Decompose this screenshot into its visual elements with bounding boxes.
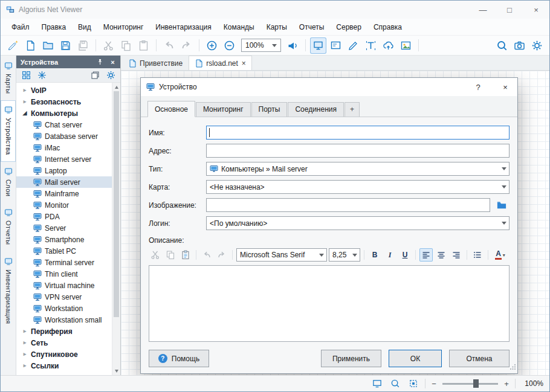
close-button[interactable]: ×	[523, 1, 549, 19]
search-button[interactable]	[494, 37, 510, 54]
editor-redo-button[interactable]	[215, 248, 228, 262]
map-canvas[interactable]: Устройство ? × Основное Мониторинг	[121, 71, 549, 375]
connections-button[interactable]	[36, 70, 47, 81]
menu-item[interactable]: Вид	[72, 21, 97, 34]
tree-item[interactable]: ▸ ◢ Database server	[16, 130, 112, 142]
devices-panel-header[interactable]: Устройства ×	[16, 56, 120, 68]
document-tab[interactable]: Приветствие ×	[122, 56, 189, 70]
zoom-slider-plus[interactable]: +	[503, 379, 510, 388]
undo-button[interactable]	[161, 37, 177, 54]
tree-item[interactable]: ▸ ◢ Chat server	[16, 119, 112, 130]
display-mode-button[interactable]	[328, 37, 344, 54]
cancel-button[interactable]: Отмена	[449, 350, 510, 367]
menu-item[interactable]: Команды	[218, 21, 260, 34]
minimize-button[interactable]: —	[470, 1, 496, 19]
tree-item[interactable]: ▸ ◢ Workstation	[16, 303, 112, 314]
dialog-close-button[interactable]: ×	[494, 78, 517, 96]
tree-item[interactable]: ▸ ◢ Smartphone	[16, 234, 112, 245]
tree-item[interactable]: ▸ ◢ Mail server	[16, 176, 112, 188]
save-all-button[interactable]	[75, 37, 91, 54]
panel-close-icon[interactable]: ×	[108, 57, 117, 66]
cloud-sync-button[interactable]	[380, 37, 396, 54]
underline-button[interactable]: U	[398, 248, 412, 262]
tile-view-button[interactable]	[21, 70, 31, 81]
scrollbar-track[interactable]	[112, 91, 120, 367]
dialog-help-button[interactable]: ?	[467, 78, 490, 96]
scrollbar-thumb[interactable]	[114, 91, 119, 317]
tree-item[interactable]: ▸ ◢ Сеть	[16, 337, 112, 349]
tree-item[interactable]: ▸ ◢ Спутниковое	[16, 349, 112, 360]
collapse-icon[interactable]: ◢	[22, 111, 28, 116]
tree-item[interactable]: ▸ ◢ Tablet PC	[16, 245, 112, 257]
alerts-button[interactable]	[285, 37, 301, 54]
browse-image-button[interactable]	[493, 198, 510, 212]
type-select[interactable]: Компьютеры » Mail server	[206, 162, 510, 176]
editor-cut-button[interactable]	[149, 248, 162, 262]
background-image-button[interactable]	[398, 37, 414, 54]
expand-icon[interactable]: ▸	[22, 340, 28, 345]
dialog-titlebar[interactable]: Устройство ? ×	[141, 78, 517, 96]
panel-settings-button[interactable]	[105, 70, 116, 81]
copy-button[interactable]	[118, 37, 134, 54]
zoom-in-button[interactable]	[204, 37, 220, 54]
tree-item[interactable]: ▸ ◢ Terminal server	[16, 257, 112, 268]
address-input[interactable]	[206, 144, 510, 158]
open-button[interactable]	[40, 37, 56, 54]
zoom-slider-thumb[interactable]	[473, 379, 479, 388]
dialog-tab[interactable]: Порты	[251, 102, 288, 117]
name-input[interactable]	[206, 126, 510, 140]
menu-item[interactable]: Сервер	[330, 21, 367, 34]
menu-item[interactable]: Справка	[367, 21, 408, 34]
dialog-tab[interactable]: +	[345, 102, 360, 117]
font-family-select[interactable]: Microsoft Sans Serif	[236, 248, 327, 262]
tree-item[interactable]: ▸ ◢ VoIP	[16, 85, 112, 96]
tree-item[interactable]: ▸ ◢ Mainframe	[16, 188, 112, 199]
tree-scrollbar[interactable]	[112, 83, 120, 375]
zoom-level-select[interactable]: 100%	[241, 39, 281, 52]
screenshot-button[interactable]	[511, 37, 528, 54]
align-right-button[interactable]	[450, 248, 463, 262]
wizard-button[interactable]	[5, 37, 21, 54]
resize-grip[interactable]	[510, 364, 516, 372]
dialog-tab[interactable]: Основное	[147, 101, 195, 117]
expand-icon[interactable]: ▸	[22, 88, 28, 93]
sidebar-tab[interactable]: Устройства	[1, 100, 16, 162]
expand-icon[interactable]: ▸	[22, 99, 28, 104]
tree-item[interactable]: ▸ ◢ PDA	[16, 211, 112, 222]
tree-item[interactable]: ▸ ◢ VPN server	[16, 291, 112, 303]
zoom-actual-button[interactable]	[389, 377, 402, 390]
settings-button[interactable]	[529, 37, 545, 54]
expand-icon[interactable]: ▸	[22, 363, 28, 368]
sidebar-tab[interactable]: Слои	[1, 162, 16, 203]
tree-item[interactable]: ▸ ◢ Периферия	[16, 326, 112, 337]
fit-to-window-button[interactable]	[370, 377, 384, 390]
description-textarea[interactable]	[149, 265, 510, 342]
redo-button[interactable]	[178, 37, 195, 54]
tree-item[interactable]: ▸ ◢ Server	[16, 222, 112, 234]
map-select[interactable]: <Не назначена>	[206, 180, 510, 194]
align-center-button[interactable]	[435, 248, 448, 262]
maximize-button[interactable]: □	[496, 1, 523, 19]
zoom-percent[interactable]: 100%	[520, 379, 543, 388]
tree-item[interactable]: ▸ ◢ Компьютеры	[16, 108, 112, 119]
draw-tool-button[interactable]	[345, 37, 361, 54]
zoom-slider-minus[interactable]: −	[430, 379, 438, 388]
titlebar[interactable]: Algorius Net Viewer — □ ×	[1, 1, 549, 19]
scroll-down-icon[interactable]	[112, 367, 120, 375]
tree-item[interactable]: ▸ ◢ iMac	[16, 142, 112, 153]
sidebar-tab[interactable]: Отчеты	[1, 203, 16, 251]
close-tab-icon[interactable]: ×	[242, 59, 246, 68]
editor-undo-button[interactable]	[200, 248, 213, 262]
tree-item[interactable]: ▸ ◢ Безопасность	[16, 96, 112, 108]
panels-button[interactable]	[89, 70, 100, 81]
tree-item[interactable]: ▸ ◢ Virtual machine	[16, 280, 112, 291]
scroll-up-icon[interactable]	[112, 83, 120, 91]
pin-icon[interactable]	[95, 57, 105, 66]
new-map-button[interactable]	[22, 37, 39, 54]
document-tab[interactable]: rsload.net ×	[189, 56, 252, 70]
editor-copy-button[interactable]	[164, 248, 177, 262]
image-input[interactable]	[206, 198, 490, 212]
dialog-tab[interactable]: Соединения	[288, 102, 344, 117]
editor-paste-button[interactable]	[179, 248, 192, 262]
menu-item[interactable]: Отчеты	[293, 21, 330, 34]
